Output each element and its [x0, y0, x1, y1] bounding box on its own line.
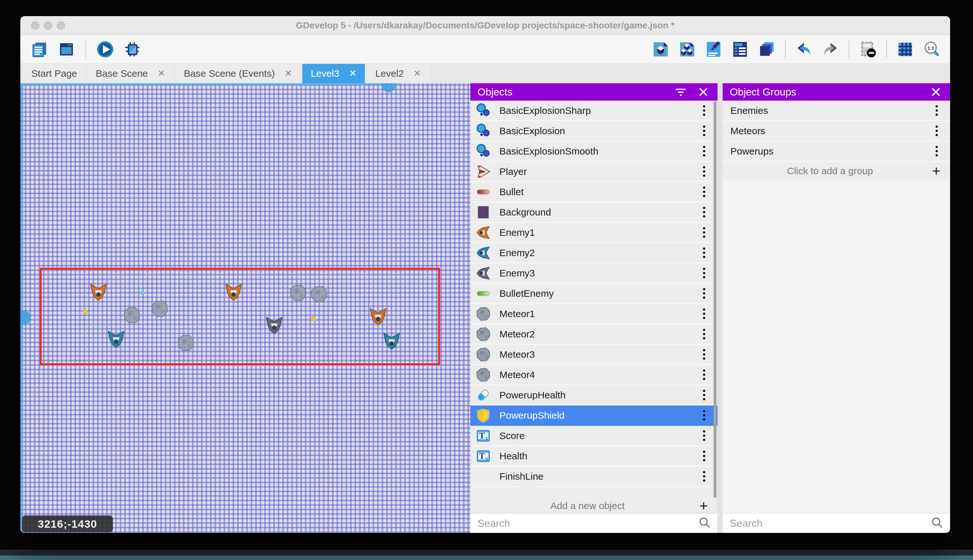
- group-row-enemies[interactable]: Enemies: [723, 101, 950, 121]
- object-row-basicexplosionsharp[interactable]: BasicExplosionSharp: [470, 101, 718, 121]
- object-menu-kebab-icon[interactable]: [933, 144, 940, 158]
- object-menu-kebab-icon[interactable]: [700, 408, 708, 423]
- tab-close-icon[interactable]: ✕: [413, 69, 421, 78]
- redo-icon[interactable]: [821, 40, 840, 59]
- tab-close-icon[interactable]: ✕: [349, 69, 357, 78]
- close-icon[interactable]: [696, 85, 710, 99]
- group-row-powerups[interactable]: Powerups: [723, 141, 950, 162]
- object-row-meteor1[interactable]: Meteor1: [470, 304, 718, 324]
- object-groups-empty-area: [723, 180, 950, 513]
- object-menu-kebab-icon[interactable]: [700, 347, 708, 362]
- objects-list-scrollbar-thumb[interactable]: [714, 101, 716, 498]
- toggle-mask-icon[interactable]: [858, 40, 877, 59]
- instance-enemy-orange[interactable]: [227, 285, 241, 299]
- instances-list-icon[interactable]: [731, 40, 750, 59]
- tab-label: Base Scene: [96, 68, 148, 79]
- undo-icon[interactable]: [795, 40, 813, 59]
- instance-enemy-gray[interactable]: [267, 318, 281, 332]
- instance-meteor[interactable]: [153, 302, 167, 316]
- instance-meteor[interactable]: [179, 336, 193, 350]
- object-row-enemy1[interactable]: Enemy1: [470, 223, 718, 243]
- canvas-horizontal-scrollbar-thumb[interactable]: [382, 83, 396, 92]
- instance-meteor[interactable]: [125, 308, 139, 322]
- object-menu-kebab-icon[interactable]: [700, 205, 708, 219]
- instance-enemy-orange[interactable]: [91, 285, 105, 299]
- zoom-1-1-icon[interactable]: 1:1: [922, 40, 941, 59]
- instance-dot-yellow[interactable]: [83, 310, 88, 315]
- tab-close-icon[interactable]: ✕: [285, 69, 292, 78]
- object-row-finishline[interactable]: FinishLine: [470, 467, 718, 487]
- object-menu-kebab-icon[interactable]: [700, 103, 708, 118]
- instance-dot-yellow[interactable]: [311, 317, 316, 321]
- scene-editor-canvas[interactable]: 3216;-1430: [20, 83, 470, 533]
- tab-level2[interactable]: Level2✕: [367, 64, 430, 83]
- object-menu-kebab-icon[interactable]: [700, 225, 708, 240]
- search-icon: [698, 516, 711, 530]
- layers-icon[interactable]: [757, 40, 776, 59]
- object-menu-kebab-icon[interactable]: [933, 103, 940, 118]
- object-row-meteor3[interactable]: Meteor3: [470, 345, 718, 365]
- project-manager-icon[interactable]: [30, 40, 49, 59]
- object-menu-kebab-icon[interactable]: [700, 388, 708, 402]
- objects-panel: Objects BasicExplosionSharpBasicExplosio…: [470, 83, 718, 533]
- object-menu-kebab-icon[interactable]: [700, 266, 708, 280]
- grid-icon[interactable]: [896, 40, 915, 59]
- instance-enemy-orange[interactable]: [371, 309, 385, 323]
- object-menu-kebab-icon[interactable]: [700, 144, 708, 158]
- object-menu-kebab-icon[interactable]: [700, 164, 708, 179]
- play-preview-icon[interactable]: [96, 40, 115, 59]
- object-row-player[interactable]: Player: [470, 162, 718, 182]
- add-new-object-row[interactable]: Add a new object +: [470, 498, 718, 513]
- object-menu-kebab-icon[interactable]: [700, 123, 708, 138]
- object-menu-kebab-icon[interactable]: [700, 367, 708, 382]
- object-row-powerupshield[interactable]: PowerupShield: [470, 405, 718, 426]
- properties-icon[interactable]: [704, 40, 723, 59]
- title-bar: GDevelop 5 - /Users/dkarakay/Documents/G…: [20, 16, 950, 35]
- debug-icon[interactable]: [123, 40, 142, 59]
- group-row-meteors[interactable]: Meteors: [723, 121, 950, 141]
- instance-enemy-blue[interactable]: [109, 332, 123, 346]
- object-row-basicexplosionsmooth[interactable]: BasicExplosionSmooth: [470, 141, 718, 162]
- canvas-vertical-scrollbar-thumb[interactable]: [20, 311, 31, 325]
- object-groups-icon[interactable]: [678, 40, 696, 59]
- object-name: Meteor1: [500, 308, 700, 319]
- object-menu-kebab-icon[interactable]: [700, 449, 708, 463]
- filter-icon[interactable]: [674, 85, 688, 99]
- object-row-meteor2[interactable]: Meteor2: [470, 324, 718, 345]
- object-menu-kebab-icon[interactable]: [933, 123, 940, 138]
- object-row-enemy2[interactable]: Enemy2: [470, 243, 718, 263]
- scene-window-icon[interactable]: [57, 40, 76, 59]
- object-row-basicexplosion[interactable]: BasicExplosion: [470, 121, 718, 141]
- object-row-poweruphealth[interactable]: PowerupHealth: [470, 385, 718, 405]
- object-menu-kebab-icon[interactable]: [700, 307, 708, 321]
- instance-meteor[interactable]: [291, 286, 305, 300]
- object-row-background[interactable]: Background: [470, 202, 718, 223]
- object-menu-kebab-icon[interactable]: [700, 185, 708, 199]
- objects-search-input[interactable]: [477, 517, 698, 530]
- objects-editor-icon[interactable]: [651, 40, 670, 59]
- object-row-score[interactable]: TxScore: [470, 426, 718, 446]
- tab-start-page[interactable]: Start Page: [23, 64, 85, 83]
- groups-search-input[interactable]: [729, 517, 931, 530]
- instance-dot-cyan[interactable]: [140, 291, 144, 295]
- object-menu-kebab-icon[interactable]: [700, 245, 708, 260]
- object-row-bulletenemy[interactable]: BulletEnemy: [470, 283, 718, 304]
- object-row-enemy3[interactable]: Enemy3: [470, 263, 718, 283]
- add-group-row[interactable]: Click to add a group +: [723, 162, 950, 180]
- object-row-meteor4[interactable]: Meteor4: [470, 365, 718, 385]
- object-row-bullet[interactable]: Bullet: [470, 182, 718, 202]
- canvas-vertical-scrollbar[interactable]: [21, 83, 23, 533]
- object-menu-kebab-icon[interactable]: [700, 327, 708, 341]
- tab-base-scene-events-[interactable]: Base Scene (Events)✕: [175, 64, 300, 83]
- canvas-horizontal-scrollbar[interactable]: [20, 83, 400, 85]
- tab-base-scene[interactable]: Base Scene✕: [87, 64, 173, 83]
- tab-close-icon[interactable]: ✕: [158, 69, 165, 78]
- close-icon[interactable]: [929, 85, 943, 99]
- object-menu-kebab-icon[interactable]: [700, 286, 708, 301]
- instance-meteor[interactable]: [312, 287, 326, 301]
- object-row-health[interactable]: TxHealth: [470, 446, 718, 467]
- tab-level3[interactable]: Level3✕: [302, 64, 365, 83]
- object-menu-kebab-icon[interactable]: [700, 428, 708, 443]
- instance-enemy-blue[interactable]: [385, 334, 399, 348]
- object-menu-kebab-icon[interactable]: [700, 469, 708, 483]
